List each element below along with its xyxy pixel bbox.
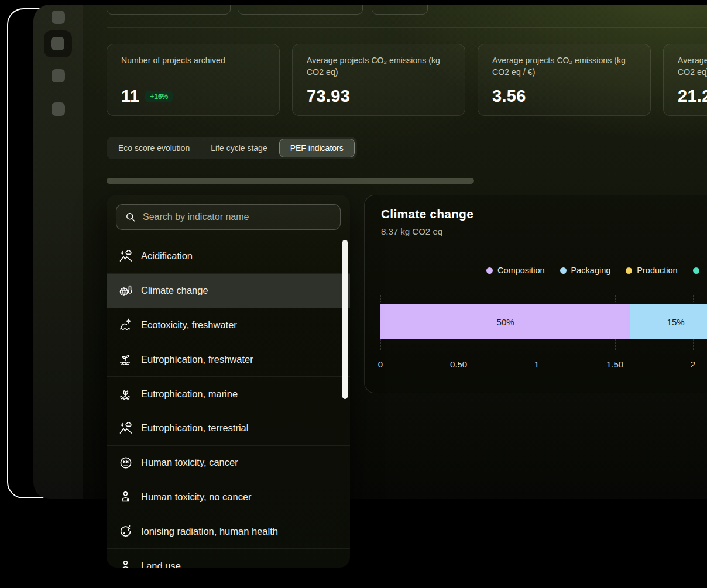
indicator-list-item[interactable]: Climate change xyxy=(107,274,350,308)
vertical-scrollbar-thumb[interactable] xyxy=(342,240,348,399)
indicator-list-item[interactable]: Eutrophication, freshwater xyxy=(107,342,350,377)
indicator-list-item[interactable]: Ecotoxicity, freshwater xyxy=(107,308,350,343)
tab-life-cycle-stage[interactable]: Life cycle stage xyxy=(200,138,278,158)
chart-tabs: Eco score evolutionLife cycle stagePEF i… xyxy=(107,137,357,159)
x-axis-tick: 2 xyxy=(691,359,695,369)
bar-chart: 00.5011.50250%15% xyxy=(365,195,707,393)
person-x-icon xyxy=(119,490,133,504)
filter-control-clipped[interactable] xyxy=(238,5,363,15)
indicator-list-item[interactable]: Ionising radiation, human health xyxy=(107,514,350,549)
acid-rain-icon xyxy=(119,249,133,263)
stat-card: Number of projects archived 11 +16% xyxy=(107,44,280,116)
indicator-label: Human toxicity, cancer xyxy=(141,457,238,468)
search-input[interactable] xyxy=(143,212,332,222)
gridline-horizontal xyxy=(371,295,707,295)
sidebar-nav-icon xyxy=(51,37,64,50)
indicator-list-item[interactable]: Land use xyxy=(107,549,350,568)
stat-card-label: Average projects CO₂ emissions (kg CO2 e… xyxy=(307,54,451,78)
stat-card-badge: +16% xyxy=(145,91,173,102)
x-axis-tick: 1.50 xyxy=(606,359,623,369)
radiation-icon xyxy=(119,524,133,538)
filter-control-clipped[interactable] xyxy=(107,5,231,15)
stat-card-value: 11 xyxy=(121,87,139,106)
stat-card: Average projects CO₂ emissions (kg CO2 e… xyxy=(292,44,465,116)
indicator-list-item[interactable]: Human toxicity, no cancer xyxy=(107,480,350,515)
sidebar-nav-icon[interactable] xyxy=(52,11,65,24)
filter-control-clipped[interactable] xyxy=(372,5,428,15)
x-axis-tick: 1 xyxy=(534,359,539,369)
gridline-horizontal xyxy=(371,350,707,350)
stat-card-value: 73.93 xyxy=(307,87,350,106)
acid-rain-icon xyxy=(119,421,133,435)
indicator-list-item[interactable]: Eutrophication, terrestrial xyxy=(107,411,350,446)
x-axis-tick: 0.50 xyxy=(450,359,467,369)
indicator-label: Eutrophication, marine xyxy=(141,388,238,400)
indicator-list-item[interactable]: Human toxicity, cancer xyxy=(107,446,350,480)
stat-card: Average projects CO₂ emissions (kg CO2 e… xyxy=(478,44,651,116)
indicator-list-item[interactable]: Acidification xyxy=(107,239,350,274)
stat-card-label: Average projects CO₂ emissions (kg CO2 e… xyxy=(492,54,636,78)
indicator-popover: Acidification Climate change Ecotoxicity… xyxy=(107,195,350,568)
bar-segment-packaging[interactable]: 15% xyxy=(630,304,707,339)
indicator-label: Land use xyxy=(141,561,181,568)
plant-water-icon xyxy=(119,352,133,366)
stat-card: Average projects CO₂ emissions (kg CO2 e… xyxy=(663,44,707,116)
search-icon xyxy=(125,211,136,223)
tab-eco-score-evolution[interactable]: Eco score evolution xyxy=(108,138,200,158)
bar-segment-composition[interactable]: 50% xyxy=(380,304,630,339)
x-axis-tick: 0 xyxy=(378,359,383,369)
indicator-search[interactable] xyxy=(116,204,341,230)
indicator-label: Eutrophication, terrestrial xyxy=(141,422,248,434)
tab-pef-indicators[interactable]: PEF indicators xyxy=(279,139,355,157)
indicator-label: Acidification xyxy=(141,250,193,262)
stat-card-label: Number of projects archived xyxy=(121,54,265,66)
stat-card-value: 21.2 xyxy=(678,87,707,106)
globe-thermometer-icon xyxy=(119,284,133,298)
sidebar-nav-item-active[interactable] xyxy=(44,30,72,57)
stat-cards: Number of projects archived 11 +16% Aver… xyxy=(107,44,707,116)
person-x-icon xyxy=(119,559,133,568)
horizontal-scrollbar-thumb[interactable] xyxy=(107,178,474,184)
stat-card-label: Average projects CO₂ emissions (kg CO2 e… xyxy=(678,54,707,78)
indicator-list: Acidification Climate change Ecotoxicity… xyxy=(107,239,350,568)
indicator-list-item[interactable]: Eutrophication, marine xyxy=(107,377,350,411)
indicator-label: Ionising radiation, human health xyxy=(141,526,278,537)
page: { "stat_cards": [ { "label": "Number of … xyxy=(0,0,707,588)
header-divider xyxy=(107,27,707,28)
face-x-eyes-icon xyxy=(119,456,133,470)
stat-card-value: 3.56 xyxy=(492,87,526,106)
indicator-label: Eutrophication, freshwater xyxy=(141,354,253,365)
sidebar-nav-icon[interactable] xyxy=(52,102,65,116)
indicator-label: Climate change xyxy=(141,285,208,296)
plant-waves-icon xyxy=(119,387,133,401)
nav-sidebar xyxy=(33,5,83,499)
indicator-label: Ecotoxicity, freshwater xyxy=(141,319,237,331)
sidebar-nav-icon[interactable] xyxy=(52,69,65,82)
water-sparkle-icon xyxy=(119,318,133,332)
chart-panel: Climate change 8.37 kg CO2 eq Compositio… xyxy=(364,195,707,393)
indicator-label: Human toxicity, no cancer xyxy=(141,491,252,503)
